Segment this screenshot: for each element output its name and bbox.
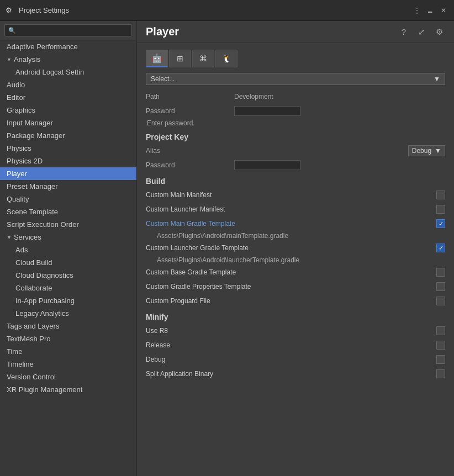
sidebar-item-version-control[interactable]: Version Control <box>0 371 136 383</box>
build-item-checkbox[interactable]: ✓ <box>436 244 445 252</box>
sidebar-item-label: Tags and Layers <box>7 322 59 330</box>
enter-password-hint: Enter password. <box>146 119 445 127</box>
alias-value: Debug <box>412 147 431 155</box>
sidebar-item-scene-template[interactable]: Scene Template <box>0 205 136 218</box>
build-item-checkbox[interactable] <box>436 205 445 214</box>
window-title: Project Settings <box>19 6 412 14</box>
linux-icon: 🐧 <box>222 54 231 63</box>
close-icon[interactable]: ✕ <box>439 6 448 15</box>
sidebar-item-textmesh-pro[interactable]: TextMesh Pro <box>0 332 136 345</box>
sidebar-item-analysis[interactable]: ▼Analysis <box>0 53 136 66</box>
minify-item-checkbox[interactable] <box>436 355 445 364</box>
main-layout: 🔍 Adaptive Performance▼AnalysisAndroid L… <box>0 21 454 476</box>
build-item-label: Custom Launcher Gradle Template <box>146 244 436 252</box>
sidebar-item-package-manager[interactable]: Package Manager <box>0 129 136 142</box>
alias-dropdown[interactable]: Debug ▼ <box>408 145 445 156</box>
sidebar-item-tags-and-layers[interactable]: Tags and Layers <box>0 320 136 332</box>
build-item-label[interactable]: Custom Main Gradle Template <box>146 220 436 228</box>
sidebar-item-collaborate[interactable]: Collaborate <box>0 282 136 294</box>
build-item-row: Custom Proguard File <box>146 295 445 307</box>
header-icons: ? ⤢ ⚙ <box>398 26 445 38</box>
build-items-container: Custom Main ManifestCustom Launcher Mani… <box>146 189 445 307</box>
minify-item-checkbox[interactable] <box>436 341 445 350</box>
minify-item-row: Use R8 <box>146 325 445 337</box>
build-item-label: Custom Gradle Properties Template <box>146 283 436 290</box>
sidebar-item-label: Player <box>7 170 27 178</box>
sidebar-item-script-execution-order[interactable]: Script Execution Order <box>0 218 136 231</box>
select-chevron-icon: ▼ <box>434 75 440 83</box>
build-item-label: Custom Main Manifest <box>146 191 436 199</box>
sidebar-item-label: Physics <box>7 144 31 152</box>
triangle-icon: ▼ <box>7 57 12 62</box>
sidebar-item-label: Physics 2D <box>7 157 43 165</box>
password-input[interactable] <box>234 106 300 116</box>
sidebar-item-legacy-analytics[interactable]: Legacy Analytics <box>0 307 136 320</box>
sidebar-item-cloud-build[interactable]: Cloud Build <box>0 256 136 269</box>
sidebar-item-physics-2d[interactable]: Physics 2D <box>0 155 136 167</box>
build-item-checkbox[interactable] <box>436 282 445 291</box>
sidebar-item-preset-manager[interactable]: Preset Manager <box>0 180 136 193</box>
sidebar-item-services[interactable]: ▼Services <box>0 231 136 244</box>
minify-item-checkbox[interactable] <box>436 326 445 335</box>
search-input[interactable] <box>18 27 128 34</box>
sidebar-item-physics[interactable]: Physics <box>0 142 136 155</box>
sidebar-item-label: Preset Manager <box>7 182 58 191</box>
alias-label: Alias <box>146 147 408 155</box>
sidebar-item-timeline[interactable]: Timeline <box>0 358 136 371</box>
platform-tab-android[interactable]: 🤖 <box>146 50 168 67</box>
title-bar: ⚙ Project Settings ⋮ 🗕 ✕ <box>0 0 454 21</box>
sidebar-item-label: Cloud Build <box>15 258 52 267</box>
sidebar-item-audio[interactable]: Audio <box>0 78 136 91</box>
split-app-binary-row: Split Application Binary <box>146 368 445 380</box>
sidebar-item-label: Editor <box>7 93 25 102</box>
layout-icon[interactable]: ⤢ <box>415 26 427 38</box>
build-section: Build <box>146 177 445 186</box>
sidebar-item-label: TextMesh Pro <box>7 335 50 343</box>
build-item-checkbox[interactable] <box>436 297 445 305</box>
content-scroll: 🤖 ⊞ ⌘ 🐧 Select... ▼ <box>137 43 454 476</box>
help-icon[interactable]: ? <box>398 26 410 38</box>
build-item-label: Custom Base Gradle Template <box>146 268 436 276</box>
window-controls: ⋮ 🗕 ✕ <box>412 6 448 15</box>
sidebar-item-quality[interactable]: Quality <box>0 193 136 205</box>
minify-section: Minify <box>146 313 445 321</box>
sidebar-item-label: Graphics <box>7 106 35 114</box>
sidebar-item-xr-plugin-management[interactable]: XR Plugin Management <box>0 383 136 396</box>
select-placeholder: Select... <box>151 75 175 83</box>
settings-gear-icon[interactable]: ⚙ <box>433 26 445 38</box>
minimize-icon[interactable]: 🗕 <box>425 6 435 15</box>
split-app-checkbox[interactable] <box>436 369 445 378</box>
sidebar-item-player[interactable]: Player <box>0 167 136 180</box>
sidebar-item-android-logcat[interactable]: Android Logcat Settin <box>0 66 136 78</box>
search-icon: 🔍 <box>8 27 16 34</box>
build-item-checkbox[interactable] <box>436 268 445 277</box>
platform-tab-linux[interactable]: 🐧 <box>215 50 237 67</box>
minify-item-label: Debug <box>146 356 436 363</box>
search-input-wrap[interactable]: 🔍 <box>4 24 132 36</box>
sidebar-item-in-app-purchasing[interactable]: In-App Purchasing <box>0 294 136 307</box>
build-item-checkbox[interactable] <box>436 191 445 199</box>
sidebar-item-ads[interactable]: Ads <box>0 244 136 256</box>
sidebar-item-label: Input Manager <box>7 119 53 127</box>
sidebar-item-adaptive-performance[interactable]: Adaptive Performance <box>0 40 136 53</box>
sidebar-item-label: Adaptive Performance <box>7 43 78 51</box>
sidebar-item-time[interactable]: Time <box>0 345 136 358</box>
sidebar-item-label: Time <box>7 347 22 356</box>
split-app-label: Split Application Binary <box>146 370 436 378</box>
minify-item-row: Release <box>146 339 445 351</box>
sidebar-item-label: Services <box>14 233 41 241</box>
sidebar-item-label: Analysis <box>14 55 40 64</box>
sidebar-item-cloud-diagnostics[interactable]: Cloud Diagnostics <box>0 269 136 282</box>
sidebar-item-graphics[interactable]: Graphics <box>0 104 136 117</box>
more-options-icon[interactable]: ⋮ <box>412 6 422 15</box>
sidebar-item-input-manager[interactable]: Input Manager <box>0 117 136 129</box>
select-dropdown[interactable]: Select... ▼ <box>146 73 445 85</box>
platform-tab-mac[interactable]: ⌘ <box>192 50 214 67</box>
platform-tab-windows[interactable]: ⊞ <box>169 50 191 67</box>
android-icon: 🤖 <box>151 53 162 64</box>
alias-row: Alias Debug ▼ <box>146 145 445 157</box>
sidebar-item-label: Script Execution Order <box>7 220 79 229</box>
password2-input[interactable] <box>234 160 300 170</box>
build-item-checkbox[interactable]: ✓ <box>436 219 445 228</box>
sidebar-item-editor[interactable]: Editor <box>0 91 136 104</box>
